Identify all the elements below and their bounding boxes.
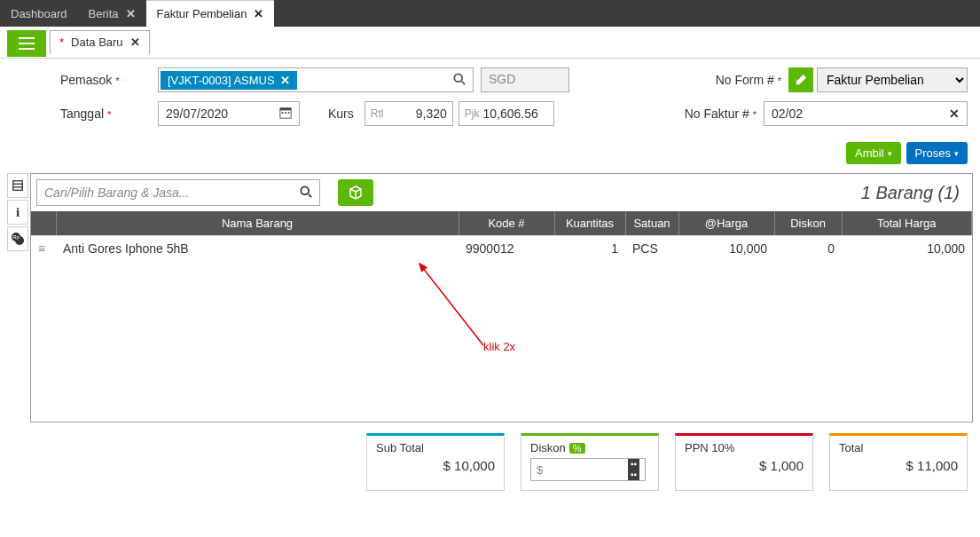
left-tab-info[interactable]: i [7, 200, 28, 225]
left-tab-currency[interactable]: Rp [7, 226, 28, 251]
close-icon[interactable]: ✕ [126, 7, 136, 20]
subtotal-value: $ 10,000 [376, 458, 495, 473]
cell-harga: 10,000 [678, 236, 774, 262]
add-item-button[interactable] [338, 179, 373, 206]
search-icon[interactable] [446, 73, 473, 88]
svg-rect-13 [13, 181, 23, 191]
diskon-box: Diskon % $ ▪▪▪▪ [521, 433, 659, 491]
kurs-rtl-prefix: Rtl [371, 107, 384, 120]
ppn-box: PPN 10% $ 1,000 [675, 433, 813, 491]
col-kuantitas: Kuantitas [554, 211, 625, 235]
svg-rect-11 [285, 112, 286, 114]
col-harga: @Harga [678, 211, 774, 235]
col-total: Total Harga [842, 211, 972, 235]
cell-satuan: PCS [625, 236, 678, 262]
currency-display: SGD [481, 67, 569, 92]
dirty-indicator: * [59, 36, 64, 49]
tab-berita[interactable]: Berita ✕ [78, 0, 146, 27]
no-faktur-label: No Faktur # * [685, 107, 757, 121]
svg-rect-9 [280, 107, 291, 110]
menu-button[interactable] [7, 30, 46, 57]
chevron-down-icon: ▾ [888, 149, 892, 158]
data-tabs-row: * Data Baru ✕ [0, 27, 980, 59]
col-satuan: Satuan [625, 211, 678, 235]
search-icon[interactable] [300, 186, 312, 201]
percent-badge[interactable]: % [569, 443, 585, 454]
cell-kode: 9900012 [459, 236, 554, 262]
col-kode: Kode # [459, 211, 554, 235]
form-area: Pemasok * [VJKT-0003] ASMUS ✕ SGD No For… [0, 59, 980, 142]
svg-point-6 [454, 74, 462, 82]
calendar-icon[interactable] [279, 107, 292, 122]
subtotal-label: Sub Total [376, 441, 495, 454]
svg-point-19 [301, 186, 309, 194]
ambil-button[interactable]: Ambil▾ [846, 142, 901, 164]
total-box: Total $ 11,000 [829, 433, 968, 491]
kurs-label: Kurs [328, 107, 354, 121]
tab-label: Berita [89, 7, 119, 20]
diskon-label: Diskon [530, 441, 566, 454]
no-faktur-value: 02/02 [772, 107, 803, 121]
svg-point-5 [20, 48, 21, 50]
left-tabs: i Rp [7, 173, 30, 422]
diskon-input[interactable]: $ ▪▪▪▪ [530, 458, 646, 481]
tab-label: Dashboard [11, 7, 67, 20]
toggle-icon[interactable]: ▪▪▪▪ [628, 459, 639, 480]
kurs-pjk-input[interactable]: Pjk 10,606.56 [459, 101, 554, 126]
remove-icon[interactable]: ✕ [280, 74, 290, 87]
chevron-down-icon: ▾ [954, 149, 959, 158]
left-tab-list[interactable] [7, 173, 28, 198]
clear-icon[interactable]: ✕ [949, 107, 960, 121]
supplier-pill[interactable]: [VJKT-0003] ASMUS ✕ [161, 71, 297, 90]
edit-button[interactable] [788, 67, 813, 92]
svg-rect-12 [288, 112, 290, 114]
col-nama: Nama Barang [56, 211, 459, 235]
supplier-input[interactable]: [VJKT-0003] ASMUS ✕ [158, 67, 474, 92]
kurs-pjk-prefix: Pjk [465, 107, 480, 120]
proses-button[interactable]: Proses▾ [906, 142, 968, 164]
date-input[interactable]: 29/07/2020 [158, 101, 300, 126]
kurs-rtl-input[interactable]: Rtl 9,320 [365, 101, 453, 126]
total-label: Total [839, 441, 958, 454]
date-value: 29/07/2020 [166, 107, 228, 121]
search-placeholder: Cari/Pilih Barang & Jasa... [44, 186, 189, 200]
close-icon[interactable]: ✕ [254, 7, 263, 20]
kurs-rtl-value: 9,320 [416, 107, 447, 121]
svg-text:Rp: Rp [12, 234, 20, 240]
ppn-value: $ 1,000 [685, 458, 804, 473]
total-value: $ 11,000 [839, 458, 958, 473]
svg-point-3 [20, 37, 21, 39]
no-faktur-input[interactable]: 02/02 ✕ [764, 101, 968, 126]
item-count-label: 1 Barang (1) [861, 183, 967, 203]
cell-kuantitas: 1 [554, 236, 625, 262]
data-tab-baru[interactable]: * Data Baru ✕ [50, 30, 150, 55]
svg-line-21 [419, 264, 483, 345]
annotation-arrow [412, 257, 519, 354]
col-diskon: Diskon [774, 211, 842, 235]
totals-row: Sub Total $ 10,000 Diskon % $ ▪▪▪▪ PPN 1… [0, 422, 980, 491]
no-form-select[interactable]: Faktur Pembelian [817, 67, 968, 92]
drag-handle-icon[interactable]: ≡ [31, 236, 56, 262]
no-form-label: No Form # * [716, 73, 781, 87]
items-panel: Cari/Pilih Barang & Jasa... 1 Barang (1)… [30, 173, 973, 422]
content-wrap: i Rp Cari/Pilih Barang & Jasa... 1 Baran… [0, 173, 980, 422]
action-buttons: Ambil▾ Proses▾ [0, 142, 980, 173]
top-tabs: Dashboard Berita ✕ Faktur Pembelian ✕ [0, 0, 980, 27]
tab-label: Faktur Pembelian [157, 7, 247, 20]
svg-line-7 [462, 81, 466, 84]
items-table: Nama Barang Kode # Kuantitas Satuan @Har… [31, 211, 972, 235]
diskon-placeholder: $ [537, 463, 543, 477]
supplier-value: [VJKT-0003] ASMUS [168, 74, 275, 87]
tab-faktur-pembelian[interactable]: Faktur Pembelian ✕ [146, 0, 275, 27]
data-tab-label: Data Baru [71, 36, 123, 49]
date-label: Tanggal * [60, 107, 158, 121]
close-icon[interactable]: ✕ [130, 36, 140, 49]
annotation-text: klik 2x [483, 340, 515, 353]
cell-total: 10,000 [842, 236, 972, 262]
tab-dashboard[interactable]: Dashboard [0, 0, 78, 27]
table-row[interactable]: ≡ Anti Gores Iphone 5hB 9900012 1 PCS 10… [31, 236, 972, 262]
search-items-input[interactable]: Cari/Pilih Barang & Jasa... [36, 179, 320, 206]
svg-line-20 [309, 193, 312, 197]
kurs-pjk-value: 10,606.56 [482, 107, 537, 121]
subtotal-box: Sub Total $ 10,000 [366, 433, 505, 491]
